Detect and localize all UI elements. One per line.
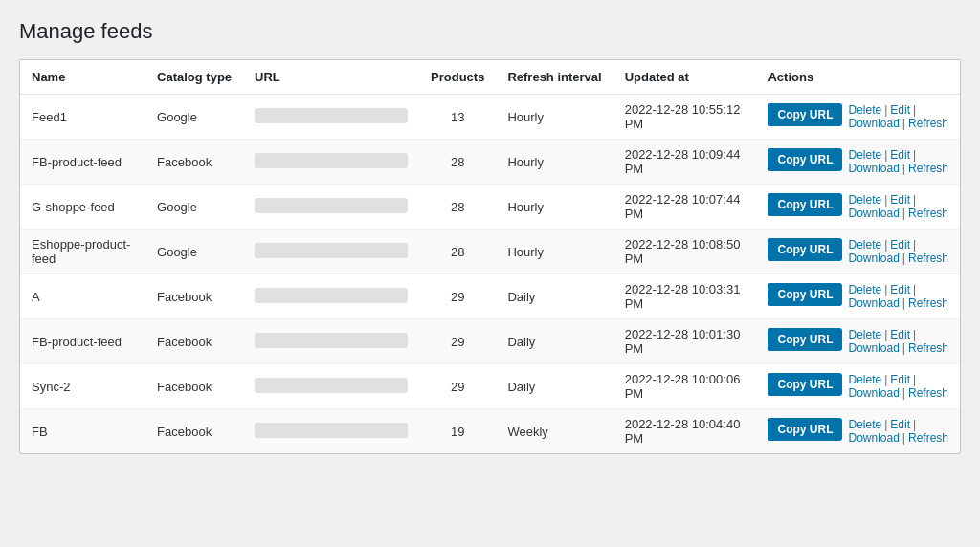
action-links-container: Delete | Edit |Download | Refresh: [848, 238, 948, 265]
delete-link[interactable]: Delete: [848, 193, 881, 207]
copy-url-button[interactable]: Copy URL: [768, 148, 842, 171]
table-header-row: Name Catalog type URL Products Refresh i…: [20, 60, 960, 95]
cell-name: FB-product-feed: [20, 140, 145, 185]
cell-products: 29: [419, 364, 496, 409]
cell-products: 28: [419, 230, 496, 274]
refresh-link[interactable]: Refresh: [908, 252, 948, 265]
download-link[interactable]: Download: [848, 252, 899, 265]
copy-url-button[interactable]: Copy URL: [768, 193, 842, 216]
copy-url-button[interactable]: Copy URL: [768, 103, 842, 126]
download-link[interactable]: Download: [848, 341, 899, 355]
refresh-link[interactable]: Refresh: [908, 431, 948, 445]
refresh-link[interactable]: Refresh: [908, 341, 948, 355]
cell-actions: Copy URLDelete | Edit |Download | Refres…: [756, 140, 960, 185]
copy-url-button[interactable]: Copy URL: [768, 418, 842, 441]
actions-container: Copy URLDelete | Edit |Download | Refres…: [768, 328, 948, 355]
cell-catalog-type: Facebook: [145, 319, 243, 364]
action-links-row-1: Delete | Edit |: [848, 373, 948, 386]
action-links-container: Delete | Edit |Download | Refresh: [848, 193, 948, 220]
download-link[interactable]: Download: [848, 162, 899, 175]
download-link[interactable]: Download: [848, 431, 899, 445]
separator: |: [884, 148, 887, 162]
cell-url: [243, 140, 419, 185]
cell-actions: Copy URLDelete | Edit |Download | Refres…: [756, 319, 960, 364]
edit-link[interactable]: Edit: [890, 238, 910, 252]
cell-updated-at: 2022-12-28 10:04:40 PM: [613, 409, 757, 454]
copy-url-button[interactable]: Copy URL: [768, 328, 842, 351]
delete-link[interactable]: Delete: [848, 328, 881, 341]
cell-catalog-type: Facebook: [145, 364, 243, 409]
cell-name: A: [20, 274, 145, 319]
cell-name: Feed1: [20, 95, 145, 140]
page-title: Manage feeds: [19, 19, 961, 44]
table-row: FBFacebook19Weekly2022-12-28 10:04:40 PM…: [20, 409, 960, 454]
separator: |: [913, 418, 916, 431]
col-header-url: URL: [243, 60, 419, 95]
download-link[interactable]: Download: [848, 207, 899, 220]
refresh-link[interactable]: Refresh: [908, 386, 948, 400]
action-links-row-1: Delete | Edit |: [848, 328, 948, 341]
url-placeholder: [255, 243, 408, 258]
cell-products: 29: [419, 274, 496, 319]
delete-link[interactable]: Delete: [848, 103, 881, 117]
cell-catalog-type: Facebook: [145, 274, 243, 319]
delete-link[interactable]: Delete: [848, 418, 881, 431]
action-links-row-2: Download | Refresh: [848, 207, 948, 220]
refresh-link[interactable]: Refresh: [908, 207, 948, 220]
action-links-row-1: Delete | Edit |: [848, 148, 948, 162]
action-links-row-2: Download | Refresh: [848, 117, 948, 130]
action-links-row-1: Delete | Edit |: [848, 283, 948, 296]
col-header-updated-at: Updated at: [613, 60, 757, 95]
separator: |: [884, 373, 887, 386]
edit-link[interactable]: Edit: [890, 148, 910, 162]
edit-link[interactable]: Edit: [890, 373, 910, 386]
download-link[interactable]: Download: [848, 386, 899, 400]
cell-refresh-interval: Hourly: [496, 185, 612, 230]
copy-url-button[interactable]: Copy URL: [768, 373, 842, 396]
cell-catalog-type: Google: [145, 95, 243, 140]
cell-name: Sync-2: [20, 364, 145, 409]
delete-link[interactable]: Delete: [848, 148, 881, 162]
action-links-container: Delete | Edit |Download | Refresh: [848, 418, 948, 445]
cell-updated-at: 2022-12-28 10:09:44 PM: [613, 140, 757, 185]
edit-link[interactable]: Edit: [890, 193, 910, 207]
edit-link[interactable]: Edit: [890, 103, 910, 117]
edit-link[interactable]: Edit: [890, 418, 910, 431]
cell-url: [243, 95, 419, 140]
cell-catalog-type: Facebook: [145, 140, 243, 185]
url-placeholder: [255, 333, 408, 348]
action-links-row-2: Download | Refresh: [848, 296, 948, 310]
delete-link[interactable]: Delete: [848, 283, 881, 296]
cell-actions: Copy URLDelete | Edit |Download | Refres…: [756, 274, 960, 319]
cell-url: [243, 185, 419, 230]
actions-container: Copy URLDelete | Edit |Download | Refres…: [768, 283, 948, 310]
edit-link[interactable]: Edit: [890, 328, 910, 341]
refresh-link[interactable]: Refresh: [908, 117, 948, 130]
cell-refresh-interval: Daily: [496, 364, 612, 409]
separator: |: [902, 386, 905, 400]
delete-link[interactable]: Delete: [848, 373, 881, 386]
download-link[interactable]: Download: [848, 296, 899, 310]
edit-link[interactable]: Edit: [890, 283, 910, 296]
col-header-name: Name: [20, 60, 145, 95]
delete-link[interactable]: Delete: [848, 238, 881, 252]
cell-url: [243, 364, 419, 409]
refresh-link[interactable]: Refresh: [908, 162, 948, 175]
cell-actions: Copy URLDelete | Edit |Download | Refres…: [756, 364, 960, 409]
action-links-container: Delete | Edit |Download | Refresh: [848, 283, 948, 310]
separator: |: [913, 238, 916, 252]
separator: |: [913, 193, 916, 207]
url-placeholder: [255, 198, 408, 213]
separator: |: [913, 373, 916, 386]
refresh-link[interactable]: Refresh: [908, 296, 948, 310]
cell-refresh-interval: Weekly: [496, 409, 612, 454]
copy-url-button[interactable]: Copy URL: [768, 238, 842, 261]
col-header-refresh-interval: Refresh interval: [496, 60, 612, 95]
separator: |: [884, 103, 887, 117]
cell-name: G-shoppe-feed: [20, 185, 145, 230]
download-link[interactable]: Download: [848, 117, 899, 130]
action-links-row-2: Download | Refresh: [848, 162, 948, 175]
action-links-container: Delete | Edit |Download | Refresh: [848, 373, 948, 400]
copy-url-button[interactable]: Copy URL: [768, 283, 842, 306]
separator: |: [913, 103, 916, 117]
